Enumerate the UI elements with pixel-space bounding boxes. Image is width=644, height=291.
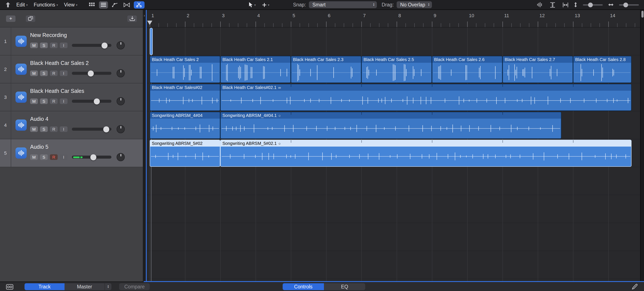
region-clip[interactable]: Black Heath Car Sales 2.7	[502, 56, 573, 83]
volume-slider[interactable]	[72, 100, 112, 103]
tab-track[interactable]: Track	[24, 283, 64, 290]
menu-view[interactable]: View▾	[63, 1, 78, 8]
volume-knob[interactable]	[102, 42, 108, 48]
solo-button[interactable]: S	[40, 42, 48, 48]
mute-button[interactable]: M	[30, 70, 38, 76]
scrollbar-thumb[interactable]	[642, 11, 644, 18]
grid-view-button[interactable]	[87, 1, 96, 8]
volume-slider[interactable]	[72, 128, 112, 131]
solo-button[interactable]: S	[40, 126, 48, 132]
track-name[interactable]: Audio 4	[30, 116, 143, 122]
track-header-row[interactable]: 1New RecordingMSRI	[0, 27, 143, 55]
solo-button[interactable]: S	[40, 154, 48, 160]
flex-button[interactable]	[122, 1, 131, 8]
region-clip[interactable]: Black Heath Car Sales#02.1∞	[220, 84, 632, 111]
tab-controls[interactable]: Controls	[283, 283, 324, 290]
track-icon[interactable]	[16, 64, 27, 75]
input-monitor-button[interactable]: I	[60, 98, 68, 104]
horizontal-auto-zoom-button[interactable]	[561, 1, 570, 8]
track-icon[interactable]	[16, 147, 27, 159]
record-enable-button[interactable]: R	[50, 42, 58, 48]
track-header-row[interactable]: 3Black Heath Car SalesMSRI	[0, 83, 143, 111]
mute-button[interactable]: M	[30, 126, 38, 132]
menu-edit[interactable]: Edit▾	[16, 1, 28, 8]
playhead-marker[interactable]	[147, 21, 152, 27]
input-monitor-button[interactable]: I	[60, 154, 68, 160]
region-clip[interactable]	[150, 28, 153, 55]
slider-knob[interactable]	[588, 2, 593, 7]
record-enable-button[interactable]: R	[50, 154, 58, 160]
track-name[interactable]: Black Heath Car Sales	[30, 88, 143, 94]
region-clip[interactable]: Black Heath Car Sales 2.1	[220, 56, 291, 83]
pan-knob[interactable]	[116, 125, 125, 133]
command-tool-selector[interactable]: ▾	[261, 1, 270, 8]
add-track-button[interactable]: +	[6, 15, 16, 22]
track-name[interactable]: Black Heath Car Sales 2	[30, 60, 143, 66]
volume-slider[interactable]	[72, 72, 112, 75]
region-clip[interactable]: Songwriting ABRSM_4#04.1○	[220, 112, 562, 139]
vertical-zoom-slider[interactable]	[583, 4, 603, 5]
input-monitor-button[interactable]: I	[60, 42, 68, 48]
pan-knob[interactable]	[116, 69, 125, 77]
mute-button[interactable]: M	[30, 98, 38, 104]
tracks-area[interactable]: 1234567891011121314 Black Heath Car Sale…	[147, 10, 640, 282]
pan-knob[interactable]	[116, 153, 125, 161]
region-clip[interactable]: Black Heath Car Sales 2	[150, 56, 220, 83]
record-enable-button[interactable]: R	[50, 70, 58, 76]
volume-slider[interactable]	[72, 156, 112, 159]
region-clip[interactable]: Songwriting ABRSM_4#04	[150, 112, 220, 139]
record-enable-button[interactable]: R	[50, 126, 58, 132]
pan-knob[interactable]	[116, 41, 125, 49]
volume-slider[interactable]	[72, 44, 112, 47]
volume-knob[interactable]	[90, 154, 96, 160]
region-clip[interactable]: Songwriting ABRSM_5#02.1○	[220, 140, 632, 167]
input-monitor-button[interactable]: I	[60, 126, 68, 132]
slider-knob[interactable]	[623, 2, 628, 7]
region-clip[interactable]: Songwriting ABRSM_5#02	[150, 140, 220, 167]
bar-ruler[interactable]: 1234567891011121314	[147, 10, 640, 27]
vertical-auto-zoom-button[interactable]	[548, 1, 557, 8]
track-icon[interactable]	[16, 92, 27, 103]
vertical-scrollbar[interactable]	[640, 10, 644, 282]
mute-button[interactable]: M	[30, 42, 38, 48]
region-clip[interactable]: Black Heath Car Sales 2.5	[361, 56, 432, 83]
stepper-icon[interactable]: ▲▼	[104, 283, 112, 290]
mute-button[interactable]: M	[30, 154, 38, 160]
drag-dropdown[interactable]: No Overlap ▲▼	[397, 1, 432, 8]
menu-functions[interactable]: Functions▾	[33, 1, 59, 8]
duplicate-track-button[interactable]	[26, 15, 35, 22]
smart-controls-view-button[interactable]	[5, 283, 14, 290]
region-clip[interactable]: Black Heath Car Sales#02	[150, 84, 220, 111]
input-monitor-button[interactable]: I	[60, 70, 68, 76]
pen-button[interactable]	[630, 283, 639, 290]
volume-knob[interactable]	[103, 126, 109, 132]
hide-track-header-button[interactable]	[127, 15, 137, 22]
record-enable-button[interactable]: R	[50, 98, 58, 104]
list-view-button[interactable]	[99, 1, 108, 8]
back-arrow-button[interactable]	[4, 1, 12, 8]
track-header-row[interactable]: 5Audio 5MSRI	[0, 139, 143, 167]
volume-knob[interactable]	[88, 70, 94, 76]
solo-button[interactable]: S	[40, 98, 48, 104]
region-clip[interactable]: Black Heath Car Sales 2.6	[432, 56, 502, 83]
waveform-zoom-button[interactable]	[535, 1, 544, 8]
snap-dropdown[interactable]: Smart ▲▼	[309, 1, 377, 8]
track-name[interactable]: Audio 5	[30, 144, 143, 150]
region-clip[interactable]: Black Heath Car Sales 2.8	[573, 56, 632, 83]
track-header-row[interactable]: 4Audio 4MSRI	[0, 111, 143, 139]
split-tool-button[interactable]	[134, 1, 144, 8]
track-name[interactable]: New Recording	[30, 32, 143, 38]
tab-master[interactable]: Master	[64, 283, 104, 290]
pointer-tool-selector[interactable]: ▾	[248, 1, 256, 8]
tab-eq[interactable]: EQ	[324, 283, 365, 290]
pan-knob[interactable]	[116, 97, 125, 105]
compare-button[interactable]: Compare	[119, 283, 150, 290]
solo-button[interactable]: S	[40, 70, 48, 76]
track-icon[interactable]	[16, 36, 27, 47]
track-header-row[interactable]: 2Black Heath Car Sales 2MSRI	[0, 55, 143, 83]
region-clip[interactable]: Black Heath Car Sales 2.3	[291, 56, 361, 83]
volume-knob[interactable]	[94, 98, 100, 104]
horizontal-zoom-slider[interactable]	[619, 4, 639, 5]
lanes[interactable]: Black Heath Car Sales 2Black Heath Car S…	[147, 27, 640, 282]
track-icon[interactable]	[16, 119, 27, 131]
